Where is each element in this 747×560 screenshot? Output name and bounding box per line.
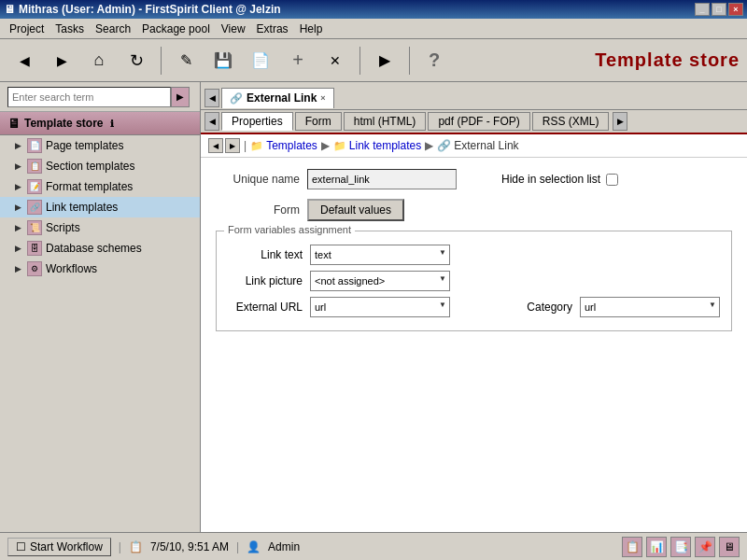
minimize-btn[interactable]: _ (695, 3, 710, 16)
unique-name-input[interactable] (307, 169, 457, 189)
status-separator-1: | (119, 540, 121, 553)
sub-tab-properties[interactable]: Properties (221, 112, 293, 131)
status-icons: 📋 📊 📑 📌 🖥 (622, 537, 740, 557)
page-templates-icon: 📄 (27, 138, 42, 153)
toolbar: ◀ ▶ ⌂ ↻ ✎ 💾 📄 + ✕ ▶ ? Template store (0, 39, 747, 82)
status-icon-2[interactable]: 📊 (646, 537, 667, 557)
sidebar-item-link-templates[interactable]: ▶ 🔗 Link templates (0, 197, 200, 217)
sidebar-item-workflows[interactable]: ▶ ⚙ Workflows (0, 259, 200, 279)
window-controls[interactable]: _ □ × (695, 3, 743, 16)
sidebar-item-database-schemes[interactable]: ▶ 🗄 Database schemes (0, 238, 200, 259)
breadcrumb-link-templates[interactable]: 📁 Link templates (333, 139, 421, 152)
sub-tab-html[interactable]: html (HTML) (344, 112, 427, 131)
bc-arrow-1: ▶ (321, 139, 330, 152)
app-icon: 🖥 (4, 3, 15, 16)
sub-tab-pdf[interactable]: pdf (PDF - FOP) (428, 112, 529, 131)
user-icon: 👤 (247, 540, 261, 553)
back-button[interactable]: ◀ (7, 44, 41, 77)
maximize-btn[interactable]: □ (712, 3, 726, 16)
breadcrumb-forward-btn[interactable]: ▶ (225, 138, 240, 153)
link-picture-select-wrapper: <not assigned> (310, 271, 450, 291)
refresh-button[interactable]: ↻ (120, 44, 153, 77)
status-bar: ☐ Start Workflow | 📋 7/5/10, 9:51 AM | 👤… (0, 532, 747, 560)
start-workflow-label: Start Workflow (30, 540, 103, 553)
sub-tab-form[interactable]: Form (295, 112, 342, 131)
breadcrumb-templates[interactable]: 📁 Templates (250, 139, 317, 152)
tab-nav-left[interactable]: ◀ (204, 89, 219, 107)
sidebar-item-section-templates[interactable]: ▶ 📋 Section templates (0, 156, 200, 176)
workflow-button[interactable]: ▶ (368, 44, 402, 77)
sub-tab-rss[interactable]: RSS (XML) (532, 112, 610, 131)
start-workflow-button[interactable]: ☐ Start Workflow (7, 538, 111, 556)
status-icon-4[interactable]: 📌 (695, 537, 715, 557)
link-text-select-wrapper: text (310, 245, 450, 265)
menu-project[interactable]: Project (4, 21, 49, 37)
workflow-checkbox-icon: ☐ (16, 540, 26, 553)
add-button[interactable]: + (281, 44, 315, 77)
category-label: Category (527, 301, 572, 314)
sidebar-header-label: Template store (24, 117, 103, 130)
search-button[interactable]: ▶ (171, 87, 190, 107)
status-user: Admin (268, 540, 300, 553)
breadcrumb-back-btn[interactable]: ◀ (208, 138, 223, 153)
status-icon-1[interactable]: 📋 (622, 537, 642, 557)
delete-button[interactable]: ✕ (318, 44, 352, 77)
status-icon: 📋 (129, 540, 143, 553)
tab-external-link[interactable]: 🔗 External Link × (221, 88, 334, 108)
sidebar-item-page-templates[interactable]: ▶ 📄 Page templates (0, 135, 200, 156)
unique-name-label: Unique name (216, 173, 300, 186)
unique-name-row: Unique name Hide in selection list (216, 169, 732, 189)
menu-extras[interactable]: Extras (251, 21, 294, 37)
form-variables-legend: Form variables assignment (224, 224, 355, 235)
format-templates-icon: 📝 (27, 179, 42, 194)
link-picture-select[interactable]: <not assigned> (310, 271, 450, 291)
external-url-row: External URL url Category url (228, 297, 720, 317)
hide-in-selection-checkbox[interactable] (606, 174, 618, 186)
menu-search[interactable]: Search (90, 21, 136, 37)
link-picture-row: Link picture <not assigned> (228, 271, 720, 291)
breadcrumb-templates-label: Templates (266, 139, 317, 152)
menu-help[interactable]: Help (294, 21, 329, 37)
expand-arrow-workflows: ▶ (15, 264, 21, 273)
external-url-select-wrapper: url (310, 297, 450, 317)
sidebar-item-format-templates[interactable]: ▶ 📝 Format templates (0, 176, 200, 197)
sub-tab-pdf-label: pdf (PDF - FOP) (438, 115, 519, 128)
search-bar: ▶ (0, 82, 200, 112)
expand-arrow-page: ▶ (15, 141, 21, 150)
menu-view[interactable]: View (216, 21, 251, 37)
search-input[interactable] (7, 87, 171, 107)
edit-button[interactable]: ✎ (169, 44, 203, 77)
help-button[interactable]: ? (417, 44, 451, 77)
sidebar-item-scripts[interactable]: ▶ 📜 Scripts (0, 217, 200, 238)
template-button[interactable]: 📄 (244, 44, 277, 77)
database-schemes-icon: 🗄 (27, 241, 42, 256)
sidebar-item-label: Format templates (46, 180, 133, 193)
sub-tab-more-btn[interactable]: ▶ (613, 112, 627, 131)
sub-tab-html-label: html (HTML) (354, 115, 416, 128)
save-button[interactable]: 💾 (206, 44, 240, 77)
default-values-button[interactable]: Default values (307, 199, 404, 221)
menu-tasks[interactable]: Tasks (49, 21, 90, 37)
home-button[interactable]: ⌂ (82, 44, 116, 77)
menu-package-pool[interactable]: Package pool (136, 21, 216, 37)
toolbar-title: Template store (595, 49, 740, 71)
status-icon-3[interactable]: 📑 (670, 537, 691, 557)
external-url-select[interactable]: url (310, 297, 450, 317)
link-text-label: Link text (228, 248, 303, 261)
menu-bar: Project Tasks Search Package pool View E… (0, 19, 747, 39)
tab-close-btn[interactable]: × (320, 93, 325, 103)
tab-bar: ◀ 🔗 External Link × (201, 82, 747, 110)
breadcrumb-external-link: 🔗 External Link (437, 139, 518, 152)
category-select[interactable]: url (580, 297, 720, 317)
link-text-select[interactable]: text (310, 245, 450, 265)
expand-arrow-link: ▶ (15, 203, 21, 212)
sidebar-item-label: Page templates (46, 139, 123, 152)
link-templates-folder-icon: 📁 (333, 140, 346, 152)
close-btn[interactable]: × (728, 3, 743, 16)
scripts-icon: 📜 (27, 220, 42, 235)
status-icon-5[interactable]: 🖥 (719, 537, 740, 557)
sub-nav-left[interactable]: ◀ (204, 112, 219, 131)
sidebar-item-label: Workflows (46, 262, 97, 275)
forward-button[interactable]: ▶ (45, 44, 78, 77)
hide-in-selection-wrapper: Hide in selection list (501, 173, 618, 186)
